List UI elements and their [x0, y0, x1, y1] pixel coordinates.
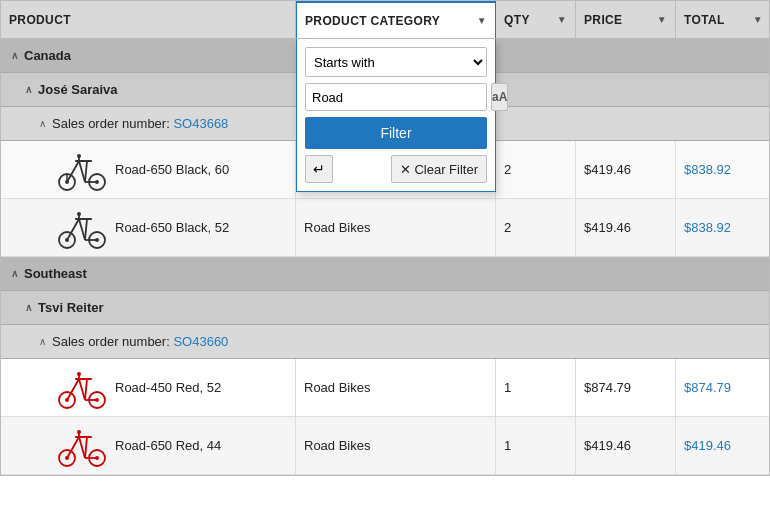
bike-icon-4	[55, 421, 109, 471]
svg-point-19	[77, 430, 81, 434]
total-cell-4: $419.46	[676, 417, 770, 474]
header-total-label: TOTAL	[684, 13, 725, 27]
chevron-order-43668: ∧	[39, 118, 46, 129]
price-cell-2: $419.46	[576, 199, 676, 256]
price-cell-1: $419.46	[576, 141, 676, 198]
order-id-43668[interactable]: SO43668	[173, 116, 228, 131]
table-header: PRODUCT PRODUCT CATEGORY ▼ QTY ▼ PRICE ▼…	[1, 1, 769, 39]
header-category-label: PRODUCT CATEGORY	[305, 14, 440, 28]
header-product-label: PRODUCT	[9, 13, 71, 27]
filter-operator-select[interactable]: Starts with Contains Ends with Equals	[305, 47, 487, 77]
qty-cell-2: 2	[496, 199, 576, 256]
table-row: Road-450 Red, 52 Road Bikes 1 $874.79 $8…	[1, 359, 769, 417]
table-row: Road-650 Red, 44 Road Bikes 1 $419.46 $4…	[1, 417, 769, 475]
product-name-3: Road-450 Red, 52	[115, 380, 221, 395]
product-name-1: Road-650 Black, 60	[115, 162, 229, 177]
bike-icon-1	[55, 145, 109, 195]
category-cell-3: Road Bikes	[296, 359, 496, 416]
product-cell-3: Road-450 Red, 52	[1, 359, 296, 416]
price-cell-3: $874.79	[576, 359, 676, 416]
product-cell-2: Road-650 Black, 52	[1, 199, 296, 256]
group-southeast-label: Southeast	[24, 266, 87, 281]
order-label-43668: Sales order number:	[52, 116, 173, 131]
clear-filter-button[interactable]: ✕ Clear Filter	[391, 155, 487, 183]
chevron-canada: ∧	[11, 50, 18, 61]
price-sort-icon: ▼	[657, 14, 667, 25]
svg-point-9	[77, 212, 81, 216]
header-category[interactable]: PRODUCT CATEGORY ▼	[296, 1, 496, 38]
product-name-2: Road-650 Black, 52	[115, 220, 229, 235]
filter-apply-button[interactable]: Filter	[305, 117, 487, 149]
qty-cell-3: 1	[496, 359, 576, 416]
header-qty[interactable]: QTY ▼	[496, 1, 576, 38]
header-product[interactable]: PRODUCT	[1, 1, 296, 38]
table-row: Road-650 Black, 52 Road Bikes 2 $419.46 …	[1, 199, 769, 257]
group-southeast: ∧ Southeast	[1, 257, 769, 291]
product-name-4: Road-650 Red, 44	[115, 438, 221, 453]
bike-icon-2	[55, 203, 109, 253]
header-price[interactable]: PRICE ▼	[576, 1, 676, 38]
product-cell-1: Road-650 Black, 60	[1, 141, 296, 198]
group-canada-label: Canada	[24, 48, 71, 63]
group-order-43660: ∧ Sales order number: SO43660	[1, 325, 769, 359]
total-cell-1: $838.92	[676, 141, 770, 198]
filter-input-row: aA	[305, 83, 487, 111]
chevron-order-43660: ∧	[39, 336, 46, 347]
qty-cell-4: 1	[496, 417, 576, 474]
qty-cell-1: 2	[496, 141, 576, 198]
order-id-43660[interactable]: SO43660	[173, 334, 228, 349]
group-jose-label: José Saraiva	[38, 82, 118, 97]
filter-dropdown: Starts with Contains Ends with Equals aA…	[296, 39, 496, 192]
total-cell-2: $838.92	[676, 199, 770, 256]
total-cell-3: $874.79	[676, 359, 770, 416]
svg-point-14	[77, 372, 81, 376]
case-sensitive-button[interactable]: aA	[491, 83, 508, 111]
chevron-tsvi: ∧	[25, 302, 32, 313]
order-label-43660: Sales order number:	[52, 334, 173, 349]
group-tsvi-label: Tsvi Reiter	[38, 300, 104, 315]
qty-sort-icon: ▼	[557, 14, 567, 25]
filter-text-input[interactable]	[305, 83, 487, 111]
header-total[interactable]: TOTAL ▼	[676, 1, 770, 38]
category-sort-icon: ▼	[477, 15, 487, 26]
category-cell-2: Road Bikes	[296, 199, 496, 256]
header-qty-label: QTY	[504, 13, 530, 27]
filter-actions: ↵ ✕ Clear Filter	[305, 155, 487, 183]
bike-icon-3	[55, 363, 109, 413]
chevron-jose: ∧	[25, 84, 32, 95]
svg-point-4	[77, 154, 81, 158]
chevron-southeast: ∧	[11, 268, 18, 279]
header-price-label: PRICE	[584, 13, 622, 27]
total-sort-icon: ▼	[753, 14, 763, 25]
product-cell-4: Road-650 Red, 44	[1, 417, 296, 474]
price-cell-4: $419.46	[576, 417, 676, 474]
filter-back-button[interactable]: ↵	[305, 155, 333, 183]
group-tsvi: ∧ Tsvi Reiter	[1, 291, 769, 325]
category-cell-4: Road Bikes	[296, 417, 496, 474]
